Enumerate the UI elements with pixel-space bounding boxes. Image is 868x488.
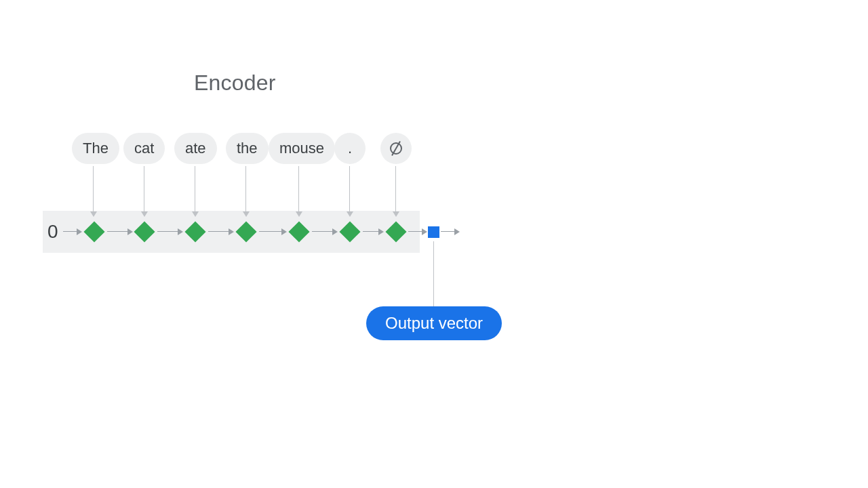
input-arrow bbox=[141, 166, 148, 217]
input-arrow bbox=[393, 166, 399, 217]
state-arrow bbox=[441, 228, 460, 235]
token-text: . bbox=[348, 140, 352, 157]
token-pill: The bbox=[72, 133, 119, 164]
encoder-diagram: Encoder 0 The cat ate the mouse . Output… bbox=[0, 0, 868, 488]
state-arrow bbox=[312, 228, 338, 235]
state-arrow bbox=[63, 228, 82, 235]
state-arrow bbox=[363, 228, 384, 235]
token-text: the bbox=[237, 140, 258, 157]
input-arrow bbox=[90, 166, 97, 217]
diagram-title: Encoder bbox=[194, 70, 276, 96]
input-arrow bbox=[243, 166, 250, 217]
state-arrow bbox=[208, 228, 234, 235]
output-vector-label: Output vector bbox=[385, 314, 483, 333]
token-pill: cat bbox=[123, 133, 165, 164]
state-arrow bbox=[259, 228, 287, 235]
empty-set-icon bbox=[390, 142, 402, 155]
state-arrow bbox=[157, 228, 183, 235]
token-pill-end bbox=[380, 133, 412, 164]
input-arrow bbox=[192, 166, 199, 217]
state-arrow bbox=[107, 228, 133, 235]
initial-state-label: 0 bbox=[47, 221, 58, 243]
token-text: mouse bbox=[279, 140, 324, 157]
token-text: The bbox=[83, 140, 108, 157]
token-pill: . bbox=[334, 133, 366, 164]
state-arrow bbox=[408, 228, 427, 235]
token-text: cat bbox=[134, 140, 154, 157]
token-pill: ate bbox=[174, 133, 217, 164]
token-pill: the bbox=[226, 133, 269, 164]
token-text: ate bbox=[185, 140, 206, 157]
token-pill: mouse bbox=[269, 133, 335, 164]
output-connector bbox=[433, 241, 434, 306]
input-arrow bbox=[296, 166, 302, 217]
output-vector-pill: Output vector bbox=[366, 306, 502, 340]
input-arrow bbox=[347, 166, 353, 217]
output-state-node bbox=[428, 226, 439, 238]
